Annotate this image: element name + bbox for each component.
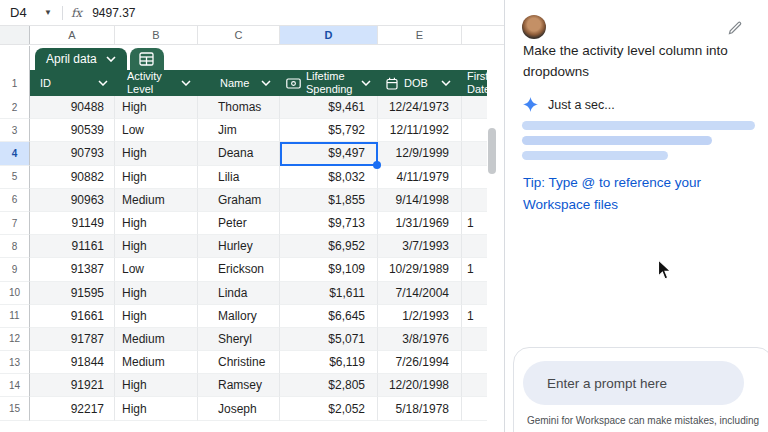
cell-name[interactable]: Deana [198,142,280,165]
table-name-chip[interactable]: April data [35,48,127,70]
cell-activity-level[interactable]: High [115,166,198,189]
column-header-b[interactable]: B [115,26,198,44]
cell-first-date-clipped[interactable] [462,374,487,397]
header-cell-activity-level[interactable]: Activity Level [115,70,198,96]
header-cell-dob[interactable]: DOB [378,70,462,96]
cell-dob[interactable]: 12/9/1999 [378,142,462,165]
select-all-corner[interactable] [0,26,30,44]
cell-id[interactable]: 90488 [30,96,115,119]
cell-first-date-clipped[interactable] [462,166,487,189]
cell-activity-level[interactable]: High [115,397,198,420]
chevron-down-icon[interactable] [261,80,271,86]
cell-first-date-clipped[interactable] [462,142,487,165]
table-menu-chip[interactable] [130,48,164,70]
cell-id[interactable]: 91161 [30,235,115,258]
row-header[interactable]: 8 [0,235,30,258]
cell-name[interactable]: Peter [198,212,280,235]
row-header[interactable]: 4 [0,142,30,165]
cell-name[interactable]: Linda [198,282,280,305]
cell-activity-level[interactable]: High [115,212,198,235]
cell-name[interactable]: Ramsey [198,374,280,397]
cell-first-date-clipped[interactable] [462,96,487,119]
cell-activity-level[interactable]: Medium [115,189,198,212]
cell-dob[interactable]: 9/14/1998 [378,189,462,212]
cell-activity-level[interactable]: High [115,282,198,305]
cell-lifetime-spending[interactable]: $6,645 [280,305,378,328]
row-header[interactable]: 9 [0,258,30,281]
header-cell-name[interactable]: Name [198,70,280,96]
cell-dob[interactable]: 10/29/1989 [378,258,462,281]
cell-dob[interactable]: 1/2/1993 [378,305,462,328]
cell-dob[interactable]: 7/26/1994 [378,351,462,374]
cell-first-date-clipped[interactable] [462,397,487,420]
cell-first-date-clipped[interactable] [462,282,487,305]
cell-id[interactable]: 91844 [30,351,115,374]
cell-activity-level[interactable]: Medium [115,328,198,351]
cell-dob[interactable]: 1/31/1969 [378,212,462,235]
cell-id[interactable]: 90539 [30,119,115,142]
cell-lifetime-spending[interactable]: $9,497 [280,142,378,165]
cell-lifetime-spending[interactable]: $1,611 [280,282,378,305]
header-cell-id[interactable]: ID [30,70,115,96]
column-header-e[interactable]: E [378,26,462,44]
cell-dob[interactable]: 3/8/1976 [378,328,462,351]
caret-down-icon[interactable]: ▼ [44,8,52,17]
row-header[interactable]: 12 [0,328,30,351]
prompt-input[interactable]: Enter a prompt here [523,361,744,405]
cell-first-date-clipped[interactable] [462,328,487,351]
row-header[interactable]: 14 [0,374,30,397]
row-header[interactable]: 13 [0,351,30,374]
cell-id[interactable]: 90793 [30,142,115,165]
cell-id[interactable]: 91149 [30,212,115,235]
cell-name[interactable]: Erickson [198,258,280,281]
cell-first-date-clipped[interactable]: 1 [462,212,487,235]
row-header[interactable]: 2 [0,96,30,119]
chevron-down-icon[interactable] [181,80,191,86]
cell-lifetime-spending[interactable]: $5,792 [280,119,378,142]
cell-name[interactable]: Hurley [198,235,280,258]
cell-name[interactable]: Graham [198,189,280,212]
row-header[interactable]: 1 [0,70,30,96]
row-header[interactable]: 5 [0,166,30,189]
cell-activity-level[interactable]: Low [115,119,198,142]
cell-lifetime-spending[interactable]: $9,713 [280,212,378,235]
cell-dob[interactable]: 5/18/1978 [378,397,462,420]
cell-activity-level[interactable]: High [115,374,198,397]
cell-name[interactable]: Mallory [198,305,280,328]
cell-id[interactable]: 91661 [30,305,115,328]
cell-lifetime-spending[interactable]: $2,805 [280,374,378,397]
cell-lifetime-spending[interactable]: $1,855 [280,189,378,212]
cell-activity-level[interactable]: Low [115,258,198,281]
cell-lifetime-spending[interactable]: $6,119 [280,351,378,374]
cell-id[interactable]: 90963 [30,189,115,212]
cell-first-date-clipped[interactable] [462,189,487,212]
chevron-down-icon[interactable] [441,80,451,86]
cell-first-date-clipped[interactable]: 1 [462,305,487,328]
cell-lifetime-spending[interactable]: $5,071 [280,328,378,351]
cell-name[interactable]: Lilia [198,166,280,189]
pencil-icon[interactable] [727,20,743,36]
cell-name[interactable]: Joseph [198,397,280,420]
cell-activity-level[interactable]: High [115,235,198,258]
row-header[interactable]: 7 [0,212,30,235]
cell-id[interactable]: 91387 [30,258,115,281]
formula-value[interactable]: 9497.37 [92,6,135,20]
row-header[interactable]: 6 [0,189,30,212]
cell-dob[interactable]: 3/7/1993 [378,235,462,258]
cell-id[interactable]: 92217 [30,397,115,420]
cell-id[interactable]: 91921 [30,374,115,397]
cell-lifetime-spending[interactable]: $8,032 [280,166,378,189]
column-header-a[interactable]: A [30,26,115,44]
row-header[interactable]: 11 [0,305,30,328]
cell-activity-level[interactable]: High [115,142,198,165]
header-cell-first-date[interactable]: First Date [462,70,487,96]
chevron-down-icon[interactable] [361,80,371,86]
cell-name[interactable]: Jim [198,119,280,142]
column-header-f-clipped[interactable] [462,26,504,44]
cell-dob[interactable]: 7/14/2004 [378,282,462,305]
vertical-scrollbar-thumb[interactable] [488,128,496,174]
column-header-c[interactable]: C [198,26,280,44]
cell-reference-box[interactable]: D4 [0,5,30,20]
cell-first-date-clipped[interactable] [462,235,487,258]
cell-dob[interactable]: 12/11/1992 [378,119,462,142]
